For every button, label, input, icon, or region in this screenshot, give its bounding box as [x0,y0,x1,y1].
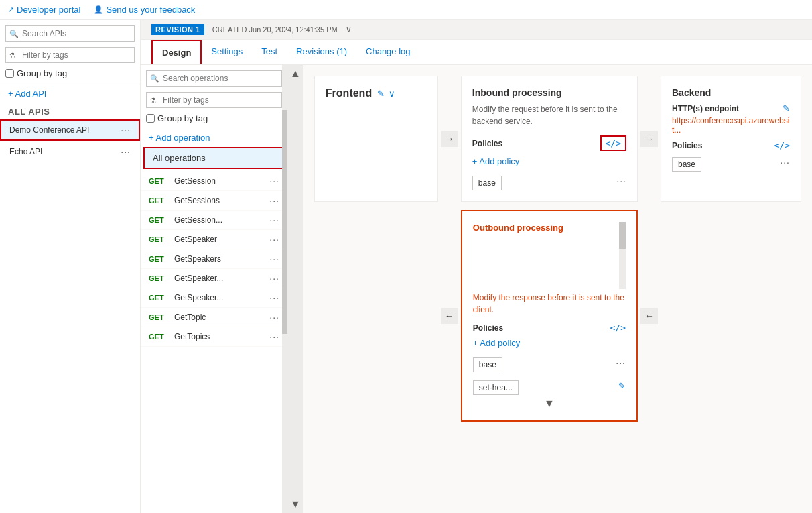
outbound-code-icon[interactable]: </> [610,323,626,333]
frontend-card: Frontend ✎ ∨ [314,76,438,202]
outbound-base-tag-row: base ··· [473,353,626,372]
backend-policies-row: Policies </> [672,140,790,150]
op-item-getsession2[interactable]: GET GetSession... ··· [141,211,287,230]
tab-design[interactable]: Design [151,40,202,64]
op-menu-getsession2[interactable]: ··· [269,215,279,225]
op-item-getspeaker3[interactable]: GET GetSpeaker... ··· [141,288,287,308]
op-menu-gettopic[interactable]: ··· [269,312,279,323]
op-menu-getspeakers[interactable]: ··· [269,253,279,264]
inbound-code-icon[interactable]: </> [600,135,626,151]
content-area: REVISION 1 CREATED Jun 20, 2024, 12:41:3… [141,20,812,513]
op-menu-getsession[interactable]: ··· [269,176,279,186]
group-by-tag-checkbox[interactable] [5,69,14,78]
arrow-left-btn2[interactable]: ← [640,308,658,324]
frontend-icons: ✎ ∨ [377,89,395,99]
tab-nav: Design Settings Test Revisions (1) Chang… [141,40,812,65]
backend-base-tag[interactable]: base [672,157,701,172]
op-name-getsessions: GetSessions [174,196,264,205]
inbound-base-tag[interactable]: base [472,176,502,190]
backend-endpoint-label: HTTP(s) endpoint [672,104,739,113]
inbound-card: Inbound processing Modify the request be… [461,76,638,202]
revision-dropdown-icon[interactable]: ∨ [346,25,352,34]
op-name-getspeaker: GetSpeaker [174,235,264,244]
backend-endpoint-row: HTTP(s) endpoint ✎ [672,103,790,113]
op-item-gettopics[interactable]: GET GetTopics ··· [141,327,287,347]
feedback-link[interactable]: 👤 Send us your feedback [94,5,195,15]
sidebar-item-demo-conference-api[interactable]: Demo Conference API ··· [0,119,140,141]
outbound-scrollbar[interactable] [619,222,626,289]
tab-revisions[interactable]: Revisions (1) [287,40,356,64]
backend-endpoint-url[interactable]: https://conferenceapi.azurewebsit... [672,116,790,135]
inbound-policy-menu[interactable]: ··· [616,176,626,186]
ops-group-by-tag[interactable]: Group by tag [146,113,282,123]
op-name-getsession2: GetSession... [174,215,264,225]
op-item-gettopic[interactable]: GET GetTopic ··· [141,308,287,327]
outbound-add-policy[interactable]: + Add policy [473,335,626,351]
ops-group-checkbox[interactable] [146,114,155,123]
op-menu-getsessions[interactable]: ··· [269,195,279,206]
op-name-getsession: GetSession [174,176,264,186]
op-menu-getspeaker3[interactable]: ··· [269,292,279,303]
outbound-set-hea-tag[interactable]: set-hea... [473,380,519,395]
add-operation-label: + Add operation [149,133,210,143]
backend-endpoint-edit-icon[interactable]: ✎ [783,103,790,113]
filter-by-tags-input[interactable] [5,47,135,63]
revision-created: CREATED Jun 20, 2024, 12:41:35 PM [212,25,338,34]
ops-collapse-arrow[interactable]: ▲ [288,65,303,82]
search-apis-input[interactable] [5,25,135,42]
backend-policy-menu[interactable]: ··· [780,157,790,168]
add-api-button[interactable]: + Add API [0,84,140,103]
design-main-area: Frontend ✎ ∨ → Inbound processing [303,65,812,513]
op-item-getsession[interactable]: GET GetSession ··· [141,172,287,191]
ops-scrollbar-thumb[interactable] [282,110,287,334]
echo-api-menu[interactable]: ··· [121,146,131,157]
backend-title: Backend [672,87,790,98]
op-method-get: GET [149,313,169,321]
add-api-label: + Add API [8,89,46,99]
ops-expand-arrow[interactable]: ▼ [288,496,303,513]
top-bar: ↗ Developer portal 👤 Send us your feedba… [0,0,812,20]
op-menu-getspeaker[interactable]: ··· [269,234,279,245]
demo-api-menu[interactable]: ··· [121,125,131,135]
ops-filter-input[interactable] [146,92,282,108]
echo-api-name: Echo API [9,147,42,156]
op-menu-getspeaker2[interactable]: ··· [269,273,279,284]
op-item-getspeaker[interactable]: GET GetSpeaker ··· [141,230,287,249]
op-menu-gettopics[interactable]: ··· [269,331,279,342]
outbound-scroll-down[interactable]: ▼ [473,398,626,410]
sidebar-item-echo-api[interactable]: Echo API ··· [0,141,140,162]
tab-settings[interactable]: Settings [202,40,252,64]
main-layout: 🔍 ⚗ Group by tag + Add API All APIs Demo… [0,20,812,513]
tab-test[interactable]: Test [252,40,287,64]
tab-changelog[interactable]: Change log [356,40,420,64]
frontend-edit-icon[interactable]: ✎ [377,89,385,99]
outbound-description: Modify the response before it is sent to… [473,292,626,316]
ops-filter-icon: ⚗ [150,97,156,104]
ops-panel-divider: ▲ ▼ [288,65,303,513]
outbound-set-hea-edit[interactable]: ✎ [618,381,626,391]
group-by-tag-label[interactable]: Group by tag [5,68,135,78]
arrow-right-btn2[interactable]: → [640,131,658,147]
op-item-getspeaker2[interactable]: GET GetSpeaker... ··· [141,269,287,288]
backend-code-icon[interactable]: </> [774,140,790,150]
ops-search-input[interactable] [146,70,282,87]
filter-icon: ⚗ [9,52,15,59]
op-method-get: GET [149,274,169,282]
developer-portal-link[interactable]: ↗ Developer portal [8,5,80,15]
frontend-chevron-icon[interactable]: ∨ [389,89,395,99]
arrow-left-btn[interactable]: ← [441,308,458,324]
add-operation-button[interactable]: + Add operation [141,129,287,147]
external-link-icon: ↗ [8,5,14,14]
all-operations-item[interactable]: All operations [143,147,285,169]
op-method-get: GET [149,235,169,243]
all-operations-label: All operations [153,153,206,163]
op-item-getspeakers[interactable]: GET GetSpeakers ··· [141,249,287,269]
outbound-base-tag[interactable]: base [473,357,502,372]
outbound-base-menu[interactable]: ··· [616,357,626,368]
inbound-add-policy[interactable]: + Add policy [472,154,626,169]
op-item-getsessions[interactable]: GET GetSessions ··· [141,191,287,211]
op-method-get: GET [149,255,169,263]
arrow-right-btn[interactable]: → [441,131,458,147]
all-apis-title: All APIs [0,103,140,119]
op-method-get: GET [149,294,169,302]
